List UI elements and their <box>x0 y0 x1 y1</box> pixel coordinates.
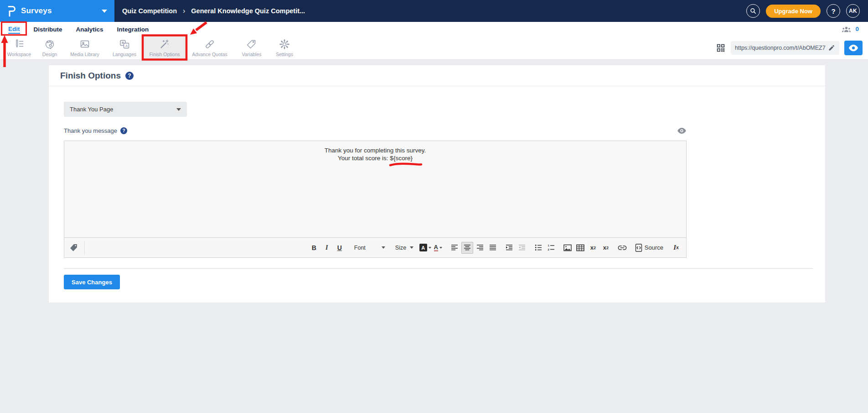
breadcrumb-separator: › <box>183 7 185 15</box>
bulleted-list-button[interactable] <box>532 242 544 254</box>
upgrade-now-button[interactable]: Upgrade Now <box>766 5 821 18</box>
media-library-icon <box>79 38 91 50</box>
help-icon[interactable]: ? <box>125 72 134 80</box>
toolbar-item-finish-options[interactable]: Finish Options <box>143 36 186 59</box>
toolbar-item-label: Advance Quotas <box>192 52 227 57</box>
thank-you-message-row: Thank you message ? <box>64 127 687 134</box>
toolbar-item-label: Finish Options <box>149 52 180 57</box>
text-color-button[interactable]: A <box>432 242 444 254</box>
eye-icon <box>848 44 858 52</box>
numbered-list-button[interactable]: 1 2 <box>545 242 557 254</box>
remove-format-button[interactable]: Ix <box>670 242 682 254</box>
toolbar-item-label: Workspace <box>7 52 31 57</box>
topbar-actions: Upgrade Now ? AK <box>746 0 868 22</box>
thank-you-message-label: Thank you message <box>64 127 117 134</box>
survey-url-input[interactable] <box>735 45 828 51</box>
indent-button[interactable] <box>503 242 515 254</box>
collaborators-indicator[interactable]: 0 <box>842 26 868 33</box>
panel-header: Finish Options ? <box>49 65 825 86</box>
content-area: Finish Options ? Thank You Page Thank yo… <box>0 60 868 303</box>
background-color-button[interactable]: A <box>419 242 431 254</box>
toolbar-item-workspace[interactable]: Workspace <box>3 36 36 59</box>
align-center-icon <box>464 244 471 251</box>
bold-button[interactable]: B <box>308 242 320 254</box>
people-icon <box>842 26 851 33</box>
panel-body: Thank You Page Thank you message ? Thank… <box>49 102 825 303</box>
search-button[interactable] <box>746 4 760 18</box>
source-label: Source <box>645 244 663 251</box>
toolbar-item-languages[interactable]: A Languages <box>106 36 143 59</box>
text-color-letter: A <box>434 244 438 251</box>
survey-nav-tabs: Edit Distribute Analytics Integration 0 <box>0 22 868 36</box>
toolbar-item-settings[interactable]: Settings <box>270 36 299 59</box>
italic-button[interactable]: I <box>321 242 333 254</box>
editor-content[interactable]: Thank you for completing this survey. Yo… <box>64 141 686 237</box>
brand-surveys-menu[interactable]: Surveys <box>0 0 114 22</box>
finish-options-panel: Finish Options ? Thank You Page Thank yo… <box>49 65 825 303</box>
insert-variable-tag-button[interactable] <box>69 243 78 252</box>
design-palette-icon <box>44 38 56 50</box>
tab-analytics[interactable]: Analytics <box>76 25 103 33</box>
chevron-down-icon <box>410 246 413 249</box>
chevron-down-icon <box>439 247 442 249</box>
toolbar-item-label: Design <box>42 52 57 57</box>
align-right-button[interactable] <box>474 242 486 254</box>
page-title: Finish Options <box>60 71 121 81</box>
help-icon[interactable]: ? <box>120 127 127 134</box>
align-left-button[interactable] <box>449 242 460 254</box>
finish-type-dropdown[interactable]: Thank You Page <box>64 102 187 117</box>
outdent-button[interactable] <box>516 242 528 254</box>
rich-text-editor: Thank you for completing this survey. Yo… <box>64 141 687 258</box>
save-changes-button[interactable]: Save Changes <box>64 275 120 289</box>
source-button[interactable]: Source <box>633 242 666 254</box>
advance-quotas-link-icon <box>204 38 216 50</box>
product-name: Surveys <box>21 6 52 16</box>
toolbar-item-design[interactable]: Design <box>36 36 64 59</box>
size-dropdown-label: Size <box>395 245 406 251</box>
indent-icon <box>506 244 513 251</box>
toolbar-item-advance-quotas[interactable]: Advance Quotas <box>186 36 233 59</box>
help-button[interactable]: ? <box>827 4 840 18</box>
tab-edit[interactable]: Edit <box>8 25 20 34</box>
message-preview-toggle[interactable] <box>677 127 687 134</box>
toolbar-item-media-library[interactable]: Media Library <box>64 36 106 59</box>
tab-integration[interactable]: Integration <box>117 25 149 33</box>
breadcrumb: Quiz Competition › General Knowledge Qui… <box>114 0 305 22</box>
numbered-list-icon: 1 2 <box>548 244 555 251</box>
editor-toolbar: B I U Font Size A <box>64 237 686 257</box>
search-icon <box>749 7 757 15</box>
size-dropdown[interactable]: Size <box>393 242 415 254</box>
align-justify-button[interactable] <box>487 242 499 254</box>
edit-section-toolbar: Workspace Design Media Library A Languag… <box>0 36 868 60</box>
toolbar-right-actions <box>716 36 868 59</box>
subscript-button[interactable]: x2 <box>587 242 599 254</box>
font-dropdown[interactable]: Font <box>351 242 388 254</box>
tab-distribute[interactable]: Distribute <box>34 25 62 33</box>
insert-link-button[interactable] <box>616 242 628 254</box>
divider <box>64 268 813 269</box>
align-right-icon <box>476 244 484 251</box>
breadcrumb-parent[interactable]: Quiz Competition <box>122 7 177 15</box>
finish-type-value: Thank You Page <box>70 106 113 113</box>
toolbar-item-label: Media Library <box>70 52 99 57</box>
survey-url-field <box>731 41 839 55</box>
settings-gear-icon <box>279 38 290 50</box>
underline-button[interactable]: U <box>334 242 346 254</box>
bulleted-list-icon <box>535 244 542 251</box>
qr-code-icon[interactable] <box>716 43 726 53</box>
variables-tag-icon <box>246 38 258 50</box>
chevron-down-icon[interactable] <box>102 10 107 13</box>
edit-url-pencil-icon[interactable] <box>828 44 835 52</box>
table-icon <box>576 244 584 251</box>
message-line-2: Your total score is: ${score} <box>64 154 686 162</box>
toolbar-item-variables[interactable]: Variables <box>233 36 270 59</box>
align-center-button[interactable] <box>461 242 473 254</box>
preview-survey-button[interactable] <box>844 41 863 55</box>
languages-icon: A <box>119 38 130 50</box>
insert-image-button[interactable] <box>562 242 574 254</box>
eye-icon <box>677 127 687 134</box>
insert-table-button[interactable] <box>574 242 586 254</box>
toolbar-item-label: Settings <box>276 52 293 57</box>
superscript-button[interactable]: x2 <box>600 242 612 254</box>
avatar[interactable]: AK <box>846 4 860 18</box>
